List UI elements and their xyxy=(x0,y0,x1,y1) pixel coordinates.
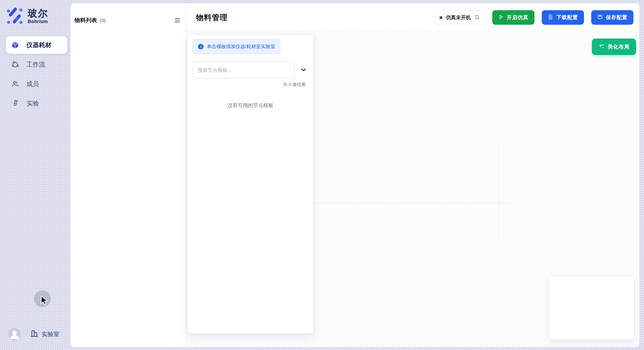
page-header: 物料管理 仿真未开机 xyxy=(186,3,639,32)
user-avatar[interactable] xyxy=(8,328,21,340)
collapse-list-icon[interactable] xyxy=(174,17,181,24)
save-config-button[interactable]: 保存配置 xyxy=(591,10,633,25)
start-simulation-button[interactable]: 开启仿真 xyxy=(492,10,534,25)
workflow-icon xyxy=(11,61,19,69)
sidebar-item-label: 成员 xyxy=(26,80,39,88)
simulation-status-pill[interactable]: 仿真未开机 xyxy=(434,10,485,25)
material-list-title: 物料列表 xyxy=(75,16,97,24)
building-icon xyxy=(30,329,39,339)
brand-name-cn: 玻尔 xyxy=(28,8,48,19)
sidebar-item-label: 工作流 xyxy=(26,60,45,69)
chevron-down-icon[interactable] xyxy=(300,66,307,73)
save-icon xyxy=(597,14,603,21)
template-hint-banner: i 单击模板添加仪器/耗材至实验室 xyxy=(193,39,280,54)
template-search-input[interactable] xyxy=(193,61,295,78)
results-count: 共 0 条结果 xyxy=(193,82,308,88)
sidebar-item-instruments[interactable]: 仪器耗材 xyxy=(6,36,67,54)
brand-logo[interactable]: 玻尔 Bohrium xyxy=(6,7,67,25)
download-config-button[interactable]: 下载配置 xyxy=(542,10,584,25)
save-config-label: 保存配置 xyxy=(606,14,628,21)
canvas-minimap[interactable] xyxy=(549,276,635,339)
download-file-icon xyxy=(548,14,553,21)
download-config-label: 下载配置 xyxy=(556,14,578,21)
material-list-header: 物料列表 (0) xyxy=(71,3,186,24)
sidebar-footer: 实验室 xyxy=(8,328,59,340)
simulation-status-label: 仿真未开机 xyxy=(446,15,471,21)
status-dot xyxy=(439,16,442,19)
material-list-panel: 物料列表 (0) xyxy=(71,3,186,347)
main-area: 物料管理 仿真未开机 xyxy=(186,3,639,347)
lab-entry[interactable]: 实验室 xyxy=(30,329,59,339)
beautify-layout-label: 美化布局 xyxy=(608,44,629,50)
sidebar-item-members[interactable]: 成员 xyxy=(6,75,67,93)
canvas-guide-horizontal xyxy=(314,203,511,203)
test-tube-icon xyxy=(11,100,19,107)
bohrium-logo-icon xyxy=(7,7,23,25)
lab-entry-label: 实验室 xyxy=(42,330,59,338)
refresh-icon[interactable] xyxy=(474,15,480,21)
header-actions: 仿真未开机 xyxy=(434,10,633,25)
node-template-panel: i 单击模板添加仪器/耗材至实验室 共 0 条结果 没有可用的节点模板 xyxy=(187,35,313,334)
sidebar-item-label: 仪器耗材 xyxy=(26,41,51,49)
canvas-guide-vertical xyxy=(499,142,499,237)
sidebar: 玻尔 Bohrium 仪器耗材 xyxy=(0,0,71,350)
main-content-card: 物料列表 (0) 物料管理 仿真未开机 xyxy=(71,3,639,347)
sidebar-item-label: 实验 xyxy=(26,99,39,108)
sparkles-icon xyxy=(598,43,604,50)
play-icon xyxy=(498,14,504,21)
beautify-layout-button[interactable]: 美化布局 xyxy=(592,39,636,55)
flow-canvas[interactable]: i 单击模板添加仪器/耗材至实验室 共 0 条结果 没有可用的节点模板 xyxy=(186,32,639,347)
template-search-row xyxy=(193,61,308,78)
sidebar-item-workflow[interactable]: 工作流 xyxy=(6,56,67,73)
cube-icon xyxy=(11,41,19,49)
page-title: 物料管理 xyxy=(196,13,228,23)
empty-templates-message: 没有可用的节点模板 xyxy=(193,102,308,109)
members-icon xyxy=(11,80,19,88)
material-list-count: (0) xyxy=(100,17,106,23)
start-simulation-label: 开启仿真 xyxy=(507,14,529,21)
info-icon: i xyxy=(198,44,204,49)
sidebar-item-experiments[interactable]: 实验 xyxy=(6,95,67,112)
brand-name-en: Bohrium xyxy=(28,19,48,24)
template-hint-text: 单击模板添加仪器/耗材至实验室 xyxy=(207,44,275,50)
sidebar-nav: 仪器耗材 工作流 成员 xyxy=(6,36,67,112)
